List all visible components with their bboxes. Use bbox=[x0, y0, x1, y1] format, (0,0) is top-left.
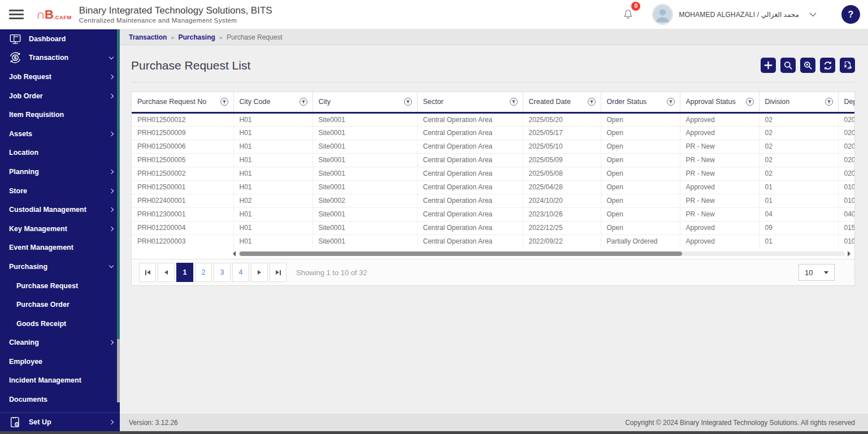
column-header-order-status[interactable]: Order Status bbox=[601, 92, 680, 112]
table-cell: Site0001 bbox=[313, 235, 417, 248]
sidebar-item-goods-receipt[interactable]: Goods Receipt bbox=[0, 314, 120, 333]
page-button-2[interactable]: 2 bbox=[195, 263, 212, 282]
breadcrumb-item-purchasing[interactable]: Purchasing bbox=[178, 33, 215, 41]
add-button[interactable] bbox=[761, 58, 776, 73]
breadcrumb-item-transaction[interactable]: Transaction bbox=[129, 33, 167, 41]
notifications-button[interactable]: 0 bbox=[621, 6, 635, 23]
table-row[interactable]: PRH012200003H01Site0001Central Operation… bbox=[132, 235, 854, 248]
sidebar-item-event-management[interactable]: Event Management bbox=[0, 238, 120, 258]
filter-icon[interactable] bbox=[666, 97, 675, 106]
table-cell: Approved bbox=[680, 126, 759, 140]
first-page-button[interactable] bbox=[139, 263, 156, 282]
dashboard-icon bbox=[8, 32, 22, 46]
sidebar-item-key-management[interactable]: Key Management bbox=[0, 219, 120, 238]
table-row[interactable]: PRH012300001H01Site0001Central Operation… bbox=[132, 207, 854, 221]
column-header-division[interactable]: Division bbox=[759, 92, 838, 112]
last-page-button[interactable] bbox=[270, 263, 287, 282]
sidebar-item-label: Incident Management bbox=[9, 376, 113, 384]
sidebar-item-cleaning[interactable]: Cleaning bbox=[0, 333, 120, 353]
previous-page-button[interactable] bbox=[158, 263, 175, 282]
table-cell: 2025/05/20 bbox=[523, 112, 601, 126]
hamburger-menu-icon[interactable] bbox=[9, 10, 24, 19]
sidebar-item-job-request[interactable]: Job Request bbox=[0, 67, 120, 86]
help-button[interactable]: ? bbox=[841, 5, 860, 24]
sidebar-item-purchasing[interactable]: Purchasing bbox=[0, 257, 120, 276]
column-header-approval-status[interactable]: Approval Status bbox=[680, 92, 759, 112]
table-row[interactable]: PRH012500005H01Site0001Central Operation… bbox=[132, 153, 854, 167]
user-menu[interactable]: MOHAMED ALGHAZALI / محمد الغزالي bbox=[679, 11, 799, 19]
sidebar-item-planning[interactable]: Planning bbox=[0, 162, 120, 181]
column-header-sector[interactable]: Sector bbox=[417, 92, 523, 112]
sidebar-item-custodial-management[interactable]: Custodial Management bbox=[0, 200, 120, 219]
refresh-button[interactable] bbox=[820, 58, 835, 73]
filter-icon[interactable] bbox=[587, 97, 596, 106]
sidebar-item-set-up[interactable]: Set Up bbox=[0, 413, 120, 431]
page-button-1[interactable]: 1 bbox=[176, 263, 193, 282]
page-button-4[interactable]: 4 bbox=[232, 263, 249, 282]
table-cell: PRH012500005 bbox=[132, 153, 233, 167]
table-cell: 0204 bbox=[838, 167, 854, 180]
sidebar-item-dashboard[interactable]: Dashboard bbox=[0, 29, 120, 49]
filter-icon[interactable] bbox=[299, 97, 308, 106]
filter-icon[interactable] bbox=[824, 97, 834, 106]
filter-icon[interactable] bbox=[509, 97, 518, 106]
scroll-right-icon[interactable] bbox=[848, 251, 850, 257]
column-header-city[interactable]: City bbox=[313, 92, 417, 112]
table-cell: PRH012500012 bbox=[132, 112, 233, 126]
breadcrumb-separator: » bbox=[219, 34, 223, 41]
sidebar-item-store[interactable]: Store bbox=[0, 181, 120, 201]
page-button-3[interactable]: 3 bbox=[214, 263, 231, 282]
next-page-button[interactable] bbox=[251, 263, 268, 282]
sidebar-item-transaction[interactable]: $Transaction bbox=[0, 49, 120, 68]
table-row[interactable]: PRH012500006H01Site0001Central Operation… bbox=[132, 140, 854, 153]
table-cell: Central Operation Area bbox=[417, 221, 523, 235]
table-row[interactable]: PRH012500009H01Site0001Central Operation… bbox=[132, 126, 854, 140]
table-cell: Open bbox=[601, 112, 680, 126]
table-cell: 02 bbox=[759, 126, 838, 140]
horizontal-scrollbar-thumb[interactable] bbox=[240, 251, 682, 256]
scroll-left-icon[interactable] bbox=[233, 251, 236, 257]
user-avatar[interactable] bbox=[652, 4, 673, 25]
purchase-request-table: Purchase Request NoCity CodeCitySectorCr… bbox=[132, 92, 854, 248]
page-size-select[interactable]: 10 bbox=[798, 264, 835, 281]
column-header-label: Division bbox=[765, 98, 790, 106]
table-cell: Central Operation Area bbox=[417, 167, 523, 180]
sidebar-item-location[interactable]: Location bbox=[0, 144, 120, 163]
table-cell: Open bbox=[601, 153, 680, 167]
main-content: Transaction»Purchasing»Purchase Request … bbox=[120, 29, 868, 414]
sidebar-scrollbar bbox=[117, 29, 120, 402]
app-header: ∩B .CAFM Binary Integrated Technology So… bbox=[0, 0, 868, 29]
table-row[interactable]: PRH012500012H01Site0001Central Operation… bbox=[132, 112, 854, 126]
search-icon bbox=[783, 60, 793, 70]
advanced-search-button[interactable] bbox=[800, 58, 815, 73]
filter-icon[interactable] bbox=[403, 97, 413, 106]
sidebar-item-job-order[interactable]: Job Order bbox=[0, 86, 120, 106]
table-row[interactable]: PRH012500002H01Site0001Central Operation… bbox=[132, 167, 854, 180]
bell-icon bbox=[621, 13, 635, 23]
export-excel-button[interactable] bbox=[840, 58, 855, 73]
sidebar-item-purchase-request[interactable]: Purchase Request bbox=[0, 276, 120, 296]
search-button[interactable] bbox=[780, 58, 796, 73]
app-logo[interactable]: ∩B .CAFM bbox=[36, 8, 72, 21]
column-header-dep[interactable]: Dep bbox=[838, 92, 854, 112]
filter-icon[interactable] bbox=[745, 97, 754, 106]
table-row[interactable]: PRH022400001H02Site0002Central Operation… bbox=[132, 194, 854, 207]
sidebar-scrollbar-thumb[interactable] bbox=[117, 29, 120, 339]
breadcrumb-separator: » bbox=[171, 34, 174, 41]
sidebar-item-purchase-order[interactable]: Purchase Order bbox=[0, 295, 120, 314]
sidebar-item-assets[interactable]: Assets bbox=[0, 124, 120, 144]
column-header-created-date[interactable]: Created Date bbox=[523, 92, 601, 112]
column-header-city-code[interactable]: City Code bbox=[233, 92, 313, 112]
table-cell: Central Operation Area bbox=[417, 194, 523, 207]
chevron-down-icon bbox=[109, 263, 114, 268]
table-row[interactable]: PRH012500001H01Site0001Central Operation… bbox=[132, 180, 854, 194]
column-header-purchase-request-no[interactable]: Purchase Request No bbox=[132, 92, 233, 112]
sidebar-item-documents[interactable]: Documents bbox=[0, 390, 120, 409]
logo-suffix: .CAFM bbox=[54, 14, 72, 20]
table-row[interactable]: PRH012200004H01Site0001Central Operation… bbox=[132, 221, 854, 235]
logo-text: ∩B bbox=[36, 8, 53, 21]
filter-icon[interactable] bbox=[220, 97, 229, 106]
sidebar-item-incident-management[interactable]: Incident Management bbox=[0, 371, 120, 390]
sidebar-item-employee[interactable]: Employee bbox=[0, 352, 120, 371]
sidebar-item-item-requisition[interactable]: Item Requisition bbox=[0, 105, 120, 124]
